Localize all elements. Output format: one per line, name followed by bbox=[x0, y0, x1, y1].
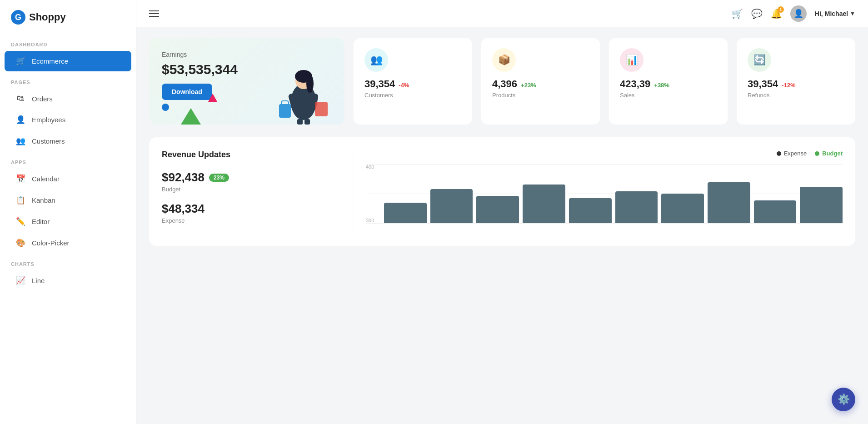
sidebar-item-ecommerce[interactable]: 🛒Ecommerce bbox=[5, 51, 131, 71]
sidebar-section-dashboard: DASHBOARD bbox=[0, 35, 136, 50]
settings-icon: ⚙️ bbox=[838, 394, 850, 405]
revenue-left: Revenue Updates $92,438 23% Budget $48,3… bbox=[162, 150, 353, 233]
employees-icon: 👤 bbox=[15, 115, 25, 125]
customers-icon: 👥 bbox=[370, 54, 383, 66]
svg-point-3 bbox=[306, 75, 314, 93]
color-picker-icon: 🎨 bbox=[15, 238, 25, 248]
notification-badge: 1 bbox=[778, 6, 784, 13]
sidebar-item-color-picker[interactable]: 🎨Color-Picker bbox=[5, 233, 131, 253]
bar-1 bbox=[430, 189, 473, 223]
legend-budget: Budget bbox=[815, 150, 843, 157]
content-area: Earnings $53,535,344 Download bbox=[136, 27, 868, 424]
download-button[interactable]: Download bbox=[162, 84, 212, 100]
refunds-change: -12% bbox=[782, 82, 795, 89]
customers-row: 39,354 -4% bbox=[364, 78, 409, 90]
bar-chart bbox=[384, 169, 843, 223]
refunds-value: 39,354 bbox=[748, 78, 778, 90]
customers-icon-circle: 👥 bbox=[364, 48, 388, 72]
cart-icon[interactable]: 🛒 bbox=[732, 8, 743, 19]
earnings-card: Earnings $53,535,344 Download bbox=[149, 38, 344, 125]
bar-9 bbox=[800, 187, 843, 223]
customers-label: Customers bbox=[364, 92, 393, 99]
sidebar-item-orders[interactable]: 🛍Orders bbox=[5, 89, 131, 109]
main-area: 🛒 💬 🔔 1 👤 Hi, Michael ▼ Earnings $53,535… bbox=[136, 0, 868, 424]
settings-fab[interactable]: ⚙️ bbox=[832, 388, 855, 411]
sidebar-item-employees[interactable]: 👤Employees bbox=[5, 110, 131, 130]
refunds-icon: 🔄 bbox=[753, 54, 766, 66]
products-icon-circle: 📦 bbox=[492, 48, 516, 72]
earnings-illustration bbox=[263, 61, 344, 125]
revenue-item-budget: $92,438 23% Budget bbox=[162, 170, 353, 193]
line-icon: 📈 bbox=[15, 276, 25, 285]
sidebar-label-employees: Employees bbox=[32, 116, 65, 124]
notification-icon[interactable]: 🔔 1 bbox=[771, 8, 782, 19]
bar-2 bbox=[476, 196, 519, 223]
products-change: +23% bbox=[521, 82, 536, 89]
budget-name: Budget bbox=[162, 186, 353, 193]
sidebar-section-charts: CHARTS bbox=[0, 254, 136, 269]
deco-triangle-green bbox=[181, 108, 201, 125]
chat-icon[interactable]: 💬 bbox=[751, 8, 763, 19]
bar-chart-area: 400 300 bbox=[366, 164, 843, 223]
customers-icon: 👥 bbox=[15, 136, 25, 146]
svg-rect-9 bbox=[297, 119, 303, 125]
sidebar-label-kanban: Kanban bbox=[32, 196, 55, 204]
logo[interactable]: G Shoppy bbox=[0, 0, 136, 35]
cards-row: Earnings $53,535,344 Download bbox=[149, 38, 855, 125]
topbar-right: 🛒 💬 🔔 1 👤 Hi, Michael ▼ bbox=[732, 5, 855, 22]
revenue-right: Expense Budget 400 300 bbox=[353, 150, 843, 233]
budget-value: $92,438 23% bbox=[162, 170, 353, 185]
revenue-item-expense: $48,334 Expense bbox=[162, 202, 353, 224]
sidebar-label-orders: Orders bbox=[32, 95, 53, 103]
avatar[interactable]: 👤 bbox=[790, 5, 807, 22]
earnings-label: Earnings bbox=[162, 51, 332, 58]
legend-expense: Expense bbox=[777, 150, 807, 157]
expense-dot bbox=[777, 151, 781, 156]
logo-icon: G bbox=[11, 10, 25, 25]
y-label-300: 300 bbox=[366, 218, 374, 223]
bar-4 bbox=[569, 198, 612, 223]
bar-8 bbox=[754, 200, 797, 223]
sidebar-label-customers: Customers bbox=[32, 137, 65, 145]
topbar: 🛒 💬 🔔 1 👤 Hi, Michael ▼ bbox=[136, 0, 868, 27]
calendar-icon: 📅 bbox=[15, 174, 25, 184]
bar-7 bbox=[708, 182, 750, 223]
bar-0 bbox=[384, 203, 427, 223]
customers-change: -4% bbox=[399, 82, 409, 89]
chart-legend: Expense Budget bbox=[366, 150, 843, 157]
refunds-icon-circle: 🔄 bbox=[748, 48, 771, 72]
grid-line-top bbox=[366, 164, 843, 165]
stat-card-customers: 👥 39,354 -4% Customers bbox=[354, 38, 472, 125]
sidebar-item-customers[interactable]: 👥Customers bbox=[5, 131, 131, 151]
expense-name: Expense bbox=[162, 217, 353, 224]
sales-row: 423,39 +38% bbox=[620, 78, 669, 90]
bar-3 bbox=[523, 185, 565, 223]
budget-badge: 23% bbox=[209, 174, 229, 182]
sidebar: G Shoppy DASHBOARD🛒EcommercePAGES🛍Orders… bbox=[0, 0, 136, 424]
sidebar-item-kanban[interactable]: 📋Kanban bbox=[5, 190, 131, 210]
user-greeting: Hi, Michael ▼ bbox=[815, 10, 855, 17]
svg-rect-10 bbox=[304, 119, 310, 125]
sidebar-label-calendar: Calendar bbox=[32, 175, 60, 183]
bar-5 bbox=[615, 191, 658, 223]
stat-card-sales: 📊 423,39 +38% Sales bbox=[609, 38, 728, 125]
sidebar-section-apps: APPS bbox=[0, 152, 136, 168]
sidebar-item-line[interactable]: 📈Line bbox=[5, 270, 131, 291]
sidebar-label-color-picker: Color-Picker bbox=[32, 239, 70, 247]
sales-label: Sales bbox=[620, 92, 635, 99]
sales-value: 423,39 bbox=[620, 78, 650, 90]
y-label-400: 400 bbox=[366, 164, 374, 170]
refunds-label: Refunds bbox=[748, 92, 769, 99]
refunds-row: 39,354 -12% bbox=[748, 78, 796, 90]
editor-icon: ✏️ bbox=[15, 217, 25, 226]
deco-circle bbox=[162, 104, 169, 111]
products-label: Products bbox=[492, 92, 515, 99]
user-dropdown-icon[interactable]: ▼ bbox=[850, 10, 855, 17]
topbar-left bbox=[149, 10, 159, 17]
sidebar-item-editor[interactable]: ✏️Editor bbox=[5, 211, 131, 232]
budget-dot bbox=[815, 151, 819, 156]
sidebar-item-calendar[interactable]: 📅Calendar bbox=[5, 169, 131, 189]
hamburger-button[interactable] bbox=[149, 10, 159, 17]
sidebar-label-line: Line bbox=[32, 277, 45, 284]
svg-rect-8 bbox=[315, 102, 328, 116]
